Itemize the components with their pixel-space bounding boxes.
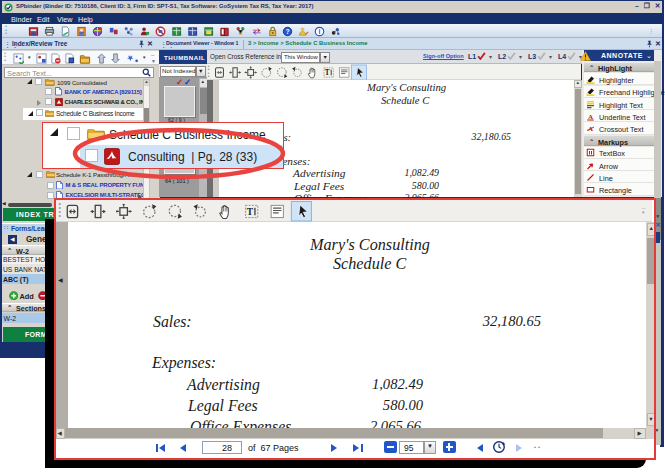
svg-text:A: A [588,112,593,120]
svg-text:i: i [319,28,321,35]
svg-text:?: ? [286,28,290,35]
